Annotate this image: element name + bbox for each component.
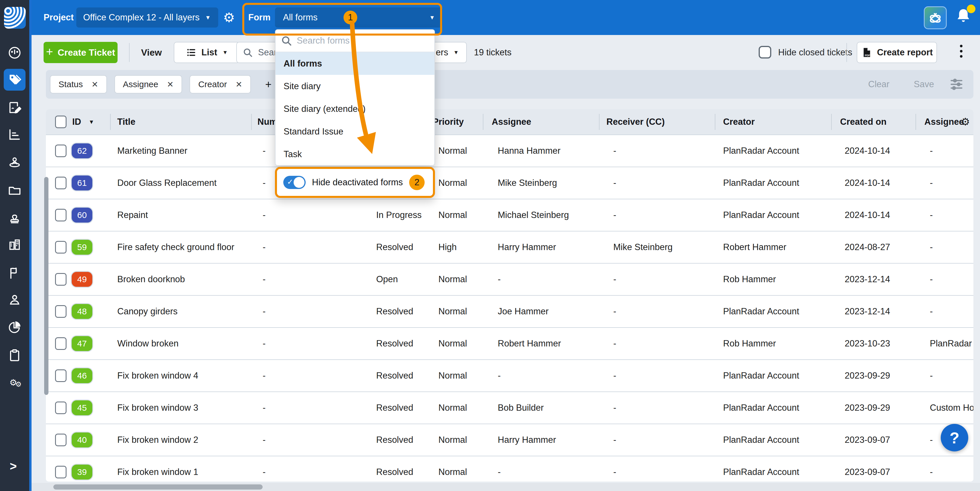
row-checkbox[interactable] <box>55 241 67 253</box>
tickets-icon[interactable] <box>7 72 22 87</box>
form-option[interactable]: Standard Issue <box>275 120 434 143</box>
col-priority[interactable]: Priority <box>427 109 483 134</box>
search-icon <box>243 47 253 57</box>
view-mode-select[interactable]: List ▼ <box>174 42 240 63</box>
observer-icon[interactable] <box>7 155 22 170</box>
folder-icon[interactable] <box>7 183 22 198</box>
col-receiver[interactable]: Receiver (CC) <box>599 109 715 134</box>
project-select[interactable]: Office Complex 12 - All layers ▼ <box>76 8 218 27</box>
cell-created-on: 2023-09-07 <box>831 456 915 481</box>
ticket-id-badge: 48 <box>72 304 92 319</box>
cell-assigned: - <box>915 263 974 295</box>
cell-creator: PlanRadar Account <box>715 167 831 199</box>
table-row[interactable]: 60 Repaint - In Progress Normal Michael … <box>46 199 974 231</box>
table-row[interactable]: 48 Canopy girders - Resolved Normal Joe … <box>46 295 974 327</box>
remove-filter-icon[interactable]: ✕ <box>167 80 173 89</box>
column-settings-gear-icon[interactable]: ⚙ <box>961 116 970 128</box>
filter-chip[interactable]: Creator✕ <box>189 75 251 94</box>
col-assigned[interactable]: Assignee ⚙ <box>915 109 974 134</box>
create-report-button[interactable]: PDF Create report <box>857 42 937 63</box>
cell-number: - <box>251 456 365 481</box>
dashboard-icon[interactable] <box>7 45 22 60</box>
table-row[interactable]: 59 Fire safety check ground floor - Reso… <box>46 231 974 263</box>
remove-filter-icon[interactable]: ✕ <box>91 80 98 89</box>
site-diary-icon[interactable] <box>7 100 22 115</box>
pie-chart-icon[interactable] <box>7 320 22 335</box>
table-row[interactable]: 49 Broken doorknob - Open Normal - - Rob… <box>46 263 974 295</box>
col-title[interactable]: Title <box>110 109 251 134</box>
vertical-scrollbar[interactable] <box>44 177 48 395</box>
cell-assignee: Joe Hammer <box>483 296 599 327</box>
settings-gears-icon[interactable]: ⚙⚙ <box>7 375 22 390</box>
sort-caret-icon[interactable]: ▼ <box>89 119 94 125</box>
table-row[interactable]: 46 Fix broken window 4 - Resolved Normal… <box>46 359 974 392</box>
row-checkbox[interactable] <box>55 370 67 382</box>
app-switcher-button[interactable] <box>924 6 947 29</box>
callout-badge-1: 1 <box>344 11 357 24</box>
expand-sidebar-chevron[interactable]: > <box>10 459 17 473</box>
project-settings-gear-icon[interactable]: ⚙ <box>223 0 235 35</box>
horizontal-scrollbar-thumb[interactable] <box>53 485 262 489</box>
create-ticket-button[interactable]: + Create Ticket <box>44 42 118 63</box>
planradar-logo-icon[interactable] <box>4 7 26 29</box>
cell-creator: PlanRadar Account <box>715 135 831 167</box>
form-search-input[interactable]: Search forms <box>275 30 434 52</box>
remove-filter-icon[interactable]: ✕ <box>235 80 242 89</box>
form-option[interactable]: All forms <box>275 52 434 75</box>
table-row[interactable]: 61 Door Glass Replacement - Normal Mike … <box>46 167 974 199</box>
col-creator[interactable]: Creator <box>715 109 831 134</box>
cell-title: Fire safety check ground floor <box>110 231 251 263</box>
table-row[interactable]: 47 Window broken - Resolved Normal Rober… <box>46 327 974 359</box>
form-option[interactable]: Site diary (extended) <box>275 97 434 120</box>
filter-chip[interactable]: Assignee✕ <box>115 75 182 94</box>
flag-icon[interactable] <box>7 266 22 281</box>
ticket-id-badge: 62 <box>72 143 92 158</box>
form-option[interactable]: Task <box>275 143 434 166</box>
form-select[interactable]: All forms 1 ▼ <box>275 8 442 27</box>
notifications-bell-icon[interactable] <box>954 7 974 27</box>
row-checkbox[interactable] <box>55 209 67 222</box>
company-icon[interactable] <box>7 237 22 252</box>
clipboard-icon[interactable] <box>7 348 22 363</box>
clear-filters-button[interactable]: Clear <box>868 70 889 99</box>
cell-receiver: - <box>599 328 715 359</box>
col-id[interactable]: ID <box>72 117 81 127</box>
save-filters-button[interactable]: Save <box>914 70 934 99</box>
table-row[interactable]: 45 Fix broken window 3 - Resolved Normal… <box>46 392 974 424</box>
col-assignee[interactable]: Assignee <box>483 109 599 134</box>
cell-number: - <box>251 231 365 263</box>
cell-status: Resolved <box>365 392 427 424</box>
table-row[interactable]: 40 Fix broken window 2 - Resolved Normal… <box>46 424 974 456</box>
cell-assigned: PlanRadar <box>915 328 974 359</box>
form-option[interactable]: Site diary <box>275 75 434 97</box>
table-row[interactable]: 39 Fix broken window 1 - Resolved Normal… <box>46 456 974 481</box>
row-checkbox[interactable] <box>55 402 67 414</box>
check-icon: ✓ <box>287 177 293 187</box>
filter-settings-icon[interactable] <box>949 70 964 99</box>
cell-assigned: - <box>915 296 974 327</box>
select-all-checkbox[interactable] <box>55 116 67 128</box>
pdf-icon: PDF <box>861 47 872 58</box>
hide-deactivated-toggle[interactable]: ✓ <box>283 176 305 189</box>
statistics-icon[interactable] <box>7 127 22 142</box>
hide-closed-checkbox[interactable] <box>759 46 771 59</box>
row-checkbox[interactable] <box>55 177 67 189</box>
cell-created-on: 2023-09-29 <box>831 360 915 392</box>
cell-title: Door Glass Replacement <box>110 167 251 199</box>
row-checkbox[interactable] <box>55 434 67 446</box>
filter-chip[interactable]: Status✕ <box>50 75 107 94</box>
user-icon[interactable] <box>7 292 22 307</box>
horizontal-scrollbar-track[interactable] <box>32 483 980 491</box>
row-checkbox[interactable] <box>55 273 67 285</box>
row-checkbox[interactable] <box>55 337 67 350</box>
col-created-on[interactable]: Created on <box>831 109 915 134</box>
row-checkbox[interactable] <box>55 145 67 157</box>
table-row[interactable]: 62 Marketing Banner - Normal Hanna Hamme… <box>46 134 974 167</box>
stamp-icon[interactable] <box>7 210 22 225</box>
help-button[interactable]: ? <box>941 424 968 451</box>
more-options-kebab[interactable] <box>960 45 963 57</box>
notification-dot <box>967 5 975 13</box>
row-checkbox[interactable] <box>55 466 67 478</box>
row-checkbox[interactable] <box>55 305 67 318</box>
cell-number: - <box>251 296 365 327</box>
